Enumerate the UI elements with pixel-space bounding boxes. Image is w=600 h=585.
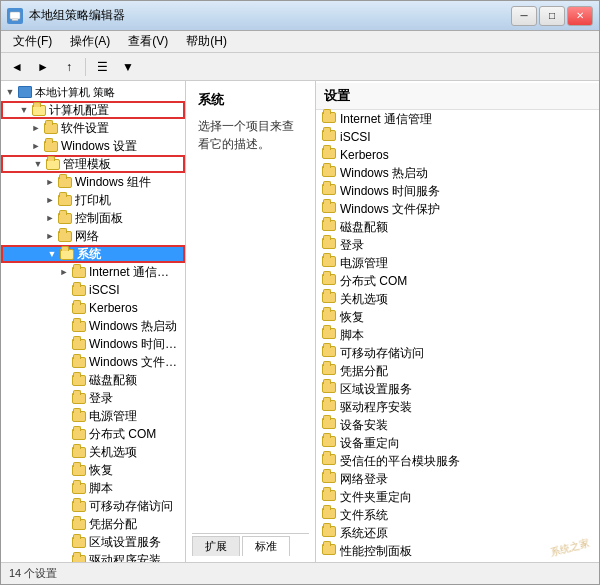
filter-button[interactable]: ▼ xyxy=(116,56,140,78)
tree-label-recover: 恢复 xyxy=(89,462,181,479)
settings-item[interactable]: Windows 文件保护 xyxy=(316,200,599,218)
settings-item-label: 凭据分配 xyxy=(340,363,388,380)
menu-file[interactable]: 文件(F) xyxy=(5,31,60,52)
tree-label-power-manage: 电源管理 xyxy=(89,408,181,425)
settings-item[interactable]: 设备重定向 xyxy=(316,434,599,452)
tree-item-windows-settings[interactable]: ► Windows 设置 xyxy=(1,137,185,155)
settings-item[interactable]: 系统还原 xyxy=(316,524,599,542)
app-icon xyxy=(7,8,23,24)
tree-item-recover[interactable]: ► 恢复 xyxy=(1,461,185,479)
title-bar-left: 本地组策略编辑器 xyxy=(7,7,125,24)
settings-item-label: 脚本 xyxy=(340,327,364,344)
tree-item-system[interactable]: ▼ 系统 xyxy=(1,245,185,263)
settings-item[interactable]: 驱动程序安装 xyxy=(316,398,599,416)
tree-item-kerberos[interactable]: ► Kerberos xyxy=(1,299,185,317)
settings-item-label: 文件系统 xyxy=(340,507,388,524)
settings-item[interactable]: Windows 时间服务 xyxy=(316,182,599,200)
folder-icon-software xyxy=(43,121,59,135)
tree-item-machine-options[interactable]: ► 关机选项 xyxy=(1,443,185,461)
folder-icon-setting xyxy=(322,220,336,234)
settings-item[interactable]: 网络登录 xyxy=(316,470,599,488)
tree-item-windows-time[interactable]: ► Windows 时间服务 xyxy=(1,335,185,353)
settings-item[interactable]: 文件夹重定向 xyxy=(316,488,599,506)
tree-item-network[interactable]: ► 网络 xyxy=(1,227,185,245)
tree-item-movable-storage[interactable]: ► 可移动存储访问 xyxy=(1,497,185,515)
folder-icon-network xyxy=(57,229,73,243)
settings-item[interactable]: 恢复 xyxy=(316,308,599,326)
forward-button[interactable]: ► xyxy=(31,56,55,78)
tree-item-disk-quota[interactable]: ► 磁盘配额 xyxy=(1,371,185,389)
tree-item-local-policy[interactable]: ▼ 本地计算机 策略 xyxy=(1,83,185,101)
settings-item[interactable]: 登录 xyxy=(316,236,599,254)
expander-computer-config: ▼ xyxy=(17,103,31,117)
menu-help[interactable]: 帮助(H) xyxy=(178,31,235,52)
tree-label-system: 系统 xyxy=(77,246,179,263)
folder-icon-setting xyxy=(322,526,336,540)
settings-item-label: 驱动程序安装 xyxy=(340,399,412,416)
tree-item-internet-comm[interactable]: ► Internet 通信管理 xyxy=(1,263,185,281)
folder-icon-windows-settings xyxy=(43,139,59,153)
title-bar: 本地组策略编辑器 ─ □ ✕ xyxy=(1,1,599,31)
tree-label-driver-install: 驱动程序安装 xyxy=(89,552,181,563)
view-button[interactable]: ☰ xyxy=(90,56,114,78)
settings-item[interactable]: 关机选项 xyxy=(316,290,599,308)
tab-standard[interactable]: 标准 xyxy=(242,536,290,556)
tree-label-printer: 打印机 xyxy=(75,192,181,209)
tree-item-power-manage[interactable]: ► 电源管理 xyxy=(1,407,185,425)
tree-item-credentials[interactable]: ► 凭据分配 xyxy=(1,515,185,533)
settings-item[interactable]: 分布式 COM xyxy=(316,272,599,290)
settings-item[interactable]: 磁盘配额 xyxy=(316,218,599,236)
tree-label-disk-quota: 磁盘配额 xyxy=(89,372,181,389)
tree-item-software[interactable]: ► 软件设置 xyxy=(1,119,185,137)
settings-item[interactable]: 设备安装 xyxy=(316,416,599,434)
tree-item-login[interactable]: ► 登录 xyxy=(1,389,185,407)
tree-label-login: 登录 xyxy=(89,390,181,407)
tree-item-iscsi[interactable]: ► iSCSI xyxy=(1,281,185,299)
settings-item[interactable]: iSCSI xyxy=(316,128,599,146)
settings-item-label: 受信任的平台模块服务 xyxy=(340,453,460,470)
settings-item[interactable]: 区域设置服务 xyxy=(316,380,599,398)
folder-icon-windows-time xyxy=(71,337,87,351)
tree-item-windows-fileprotect[interactable]: ► Windows 文件保护 xyxy=(1,353,185,371)
tree-item-printer[interactable]: ► 打印机 xyxy=(1,191,185,209)
tree-item-script[interactable]: ► 脚本 xyxy=(1,479,185,497)
tree-item-admin-templates[interactable]: ▼ 管理模板 xyxy=(1,155,185,173)
folder-icon-movable-storage xyxy=(71,499,87,513)
menu-bar: 文件(F) 操作(A) 查看(V) 帮助(H) xyxy=(1,31,599,53)
tree-label-internet-comm: Internet 通信管理 xyxy=(89,264,181,281)
settings-item[interactable]: 脚本 xyxy=(316,326,599,344)
tree-item-control-panel[interactable]: ► 控制面板 xyxy=(1,209,185,227)
settings-item-label: 系统还原 xyxy=(340,525,388,542)
close-button[interactable]: ✕ xyxy=(567,6,593,26)
tree-label-windows-settings: Windows 设置 xyxy=(61,138,181,155)
tree-item-driver-install[interactable]: ► 驱动程序安装 xyxy=(1,551,185,562)
settings-item[interactable]: 凭据分配 xyxy=(316,362,599,380)
folder-icon-setting xyxy=(322,400,336,414)
settings-item[interactable]: 电源管理 xyxy=(316,254,599,272)
settings-item[interactable]: 文件系统 xyxy=(316,506,599,524)
folder-icon-control-panel xyxy=(57,211,73,225)
folder-icon-setting xyxy=(322,274,336,288)
folder-icon-setting xyxy=(322,508,336,522)
tree-item-windows-startup[interactable]: ► Windows 热启动 xyxy=(1,317,185,335)
up-button[interactable]: ↑ xyxy=(57,56,81,78)
tree-item-windows-comp[interactable]: ► Windows 组件 xyxy=(1,173,185,191)
folder-icon-setting xyxy=(322,544,336,558)
settings-item[interactable]: 性能控制面板 xyxy=(316,542,599,560)
tree-item-regional[interactable]: ► 区域设置服务 xyxy=(1,533,185,551)
maximize-button[interactable]: □ xyxy=(539,6,565,26)
menu-action[interactable]: 操作(A) xyxy=(62,31,118,52)
settings-item[interactable]: 可移动存储访问 xyxy=(316,344,599,362)
settings-item[interactable]: 受信任的平台模块服务 xyxy=(316,452,599,470)
settings-item[interactable]: Windows 热启动 xyxy=(316,164,599,182)
folder-icon-windows-fileprotect xyxy=(71,355,87,369)
menu-view[interactable]: 查看(V) xyxy=(120,31,176,52)
settings-item[interactable]: Internet 通信管理 xyxy=(316,110,599,128)
minimize-button[interactable]: ─ xyxy=(511,6,537,26)
tree-item-distributed-com[interactable]: ► 分布式 COM xyxy=(1,425,185,443)
settings-item[interactable]: Kerberos xyxy=(316,146,599,164)
tab-extend[interactable]: 扩展 xyxy=(192,536,240,556)
tree-item-computer-config[interactable]: ▼ 计算机配置 xyxy=(1,101,185,119)
back-button[interactable]: ◄ xyxy=(5,56,29,78)
folder-icon-setting xyxy=(322,256,336,270)
